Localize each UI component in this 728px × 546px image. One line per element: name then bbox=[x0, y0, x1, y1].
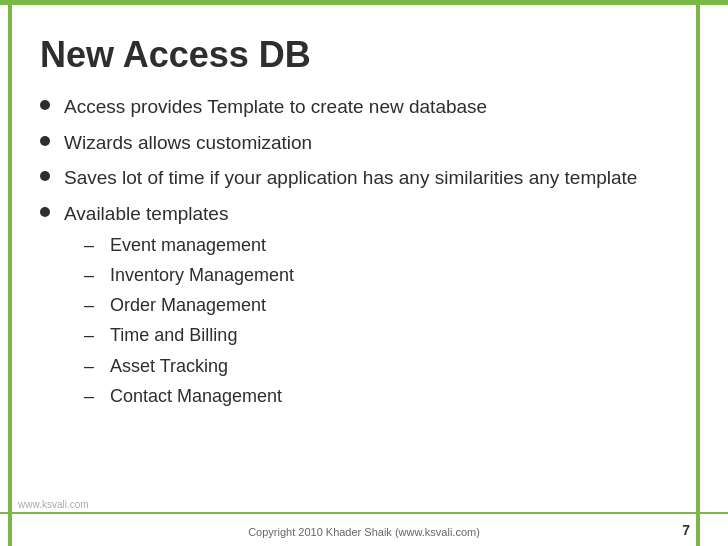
sub-item-2: – Inventory Management bbox=[64, 263, 698, 287]
bullet-item-2: Wizards allows customization bbox=[40, 130, 698, 156]
slide-title: New Access DB bbox=[30, 34, 698, 76]
sub-dash-5: – bbox=[84, 354, 100, 378]
bullet-text-1: Access provides Template to create new d… bbox=[64, 94, 698, 120]
bullet-item-4: Available templates – Event management –… bbox=[40, 201, 698, 414]
sub-text-2: Inventory Management bbox=[110, 263, 698, 287]
sub-item-3: – Order Management bbox=[64, 293, 698, 317]
page-number: 7 bbox=[682, 522, 690, 538]
sub-text-3: Order Management bbox=[110, 293, 698, 317]
slide-container: New Access DB Access provides Template t… bbox=[0, 0, 728, 546]
right-bar bbox=[696, 0, 700, 546]
sub-dash-6: – bbox=[84, 384, 100, 408]
bullet-item-1: Access provides Template to create new d… bbox=[40, 94, 698, 120]
sub-text-1: Event management bbox=[110, 233, 698, 257]
sub-item-5: – Asset Tracking bbox=[64, 354, 698, 378]
sub-dash-1: – bbox=[84, 233, 100, 257]
bottom-border bbox=[0, 512, 728, 514]
sub-item-4: – Time and Billing bbox=[64, 323, 698, 347]
main-bullet-list: Access provides Template to create new d… bbox=[40, 94, 698, 414]
available-templates-label: Available templates bbox=[64, 203, 228, 224]
sub-text-4: Time and Billing bbox=[110, 323, 698, 347]
bullet-dot-1 bbox=[40, 100, 50, 110]
bullet-dot-2 bbox=[40, 136, 50, 146]
bullet-text-4: Available templates – Event management –… bbox=[64, 201, 698, 414]
sub-bullet-list: – Event management – Inventory Managemen… bbox=[64, 233, 698, 409]
top-border bbox=[0, 0, 728, 5]
sub-item-6: – Contact Management bbox=[64, 384, 698, 408]
bullet-dot-4 bbox=[40, 207, 50, 217]
sub-dash-2: – bbox=[84, 263, 100, 287]
sub-item-1: – Event management bbox=[64, 233, 698, 257]
content-area: Access provides Template to create new d… bbox=[30, 94, 698, 414]
sub-dash-4: – bbox=[84, 323, 100, 347]
sub-text-6: Contact Management bbox=[110, 384, 698, 408]
bullet-item-3: Saves lot of time if your application ha… bbox=[40, 165, 698, 191]
footer: Copyright 2010 Khader Shaik (www.ksvali.… bbox=[0, 526, 728, 538]
bullet-text-2: Wizards allows customization bbox=[64, 130, 698, 156]
sub-dash-3: – bbox=[84, 293, 100, 317]
sub-text-5: Asset Tracking bbox=[110, 354, 698, 378]
left-bar bbox=[8, 0, 12, 546]
watermark-text: www.ksvali.com bbox=[18, 499, 89, 510]
bullet-dot-3 bbox=[40, 171, 50, 181]
footer-copyright: Copyright 2010 Khader Shaik (www.ksvali.… bbox=[248, 526, 480, 538]
bullet-text-3: Saves lot of time if your application ha… bbox=[64, 165, 698, 191]
